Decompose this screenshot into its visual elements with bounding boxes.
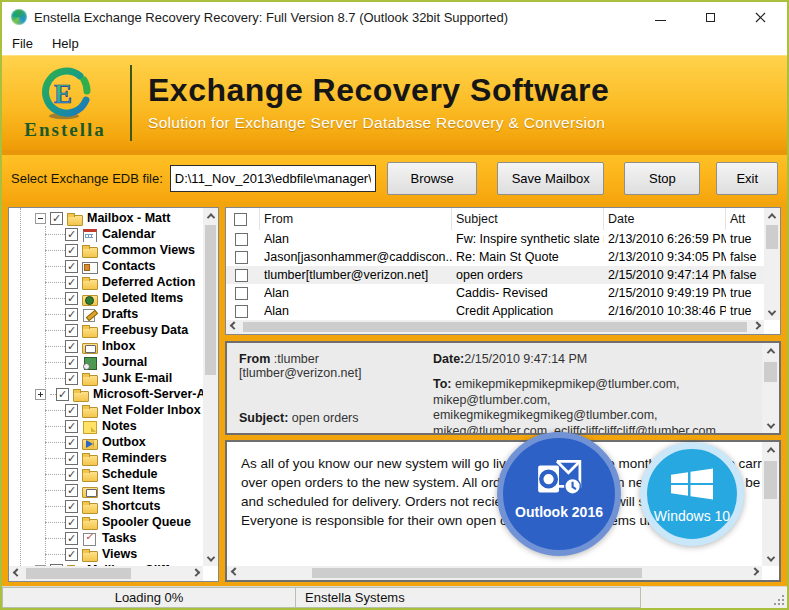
mail-row[interactable]: Alan Credit Application 2/16/2010 10:38:… xyxy=(226,302,764,320)
scroll-right-icon[interactable] xyxy=(747,566,762,581)
body-horizontal-scrollbar[interactable] xyxy=(227,566,762,580)
scroll-right-icon[interactable] xyxy=(188,566,203,581)
checkbox[interactable] xyxy=(235,305,248,318)
checkbox[interactable] xyxy=(65,404,78,417)
tree-vertical-scrollbar[interactable] xyxy=(203,208,218,566)
scrollbar-thumb[interactable] xyxy=(26,568,131,579)
checkbox[interactable] xyxy=(56,388,69,401)
close-button[interactable] xyxy=(753,9,767,25)
checkbox[interactable] xyxy=(235,269,248,282)
tree-item-junk-email[interactable]: Junk E-mail xyxy=(9,370,203,386)
tree-item-mailbox-cliff[interactable]: Mailbox - Cliff xyxy=(9,562,203,566)
menu-help[interactable]: Help xyxy=(52,36,79,51)
scroll-up-icon[interactable] xyxy=(763,343,778,358)
column-header-subject[interactable]: Subject xyxy=(452,208,604,230)
checkbox[interactable] xyxy=(50,564,63,567)
scrollbar-thumb[interactable] xyxy=(764,461,777,499)
scroll-down-icon[interactable] xyxy=(203,551,218,566)
scrollbar-thumb[interactable] xyxy=(312,568,642,578)
checkbox[interactable] xyxy=(235,233,248,246)
scrollbar-thumb[interactable] xyxy=(766,225,778,249)
checkbox[interactable] xyxy=(235,287,248,300)
scroll-up-icon[interactable] xyxy=(763,442,778,457)
menu-file[interactable]: File xyxy=(12,36,33,51)
tree-item-common-views[interactable]: Common Views xyxy=(9,242,203,258)
scroll-left-icon[interactable] xyxy=(226,320,241,335)
tree-item-deferred-action[interactable]: Deferred Action xyxy=(9,274,203,290)
mail-list-vertical-scrollbar[interactable] xyxy=(764,208,780,320)
minimize-button[interactable] xyxy=(653,9,667,25)
tree-item-contacts[interactable]: Contacts xyxy=(9,258,203,274)
tree-item-net-folder-inbox[interactable]: Net Folder Inbox xyxy=(9,402,203,418)
checkbox[interactable] xyxy=(65,260,78,273)
checkbox[interactable] xyxy=(65,324,78,337)
mail-row[interactable]: Jason[jasonhammer@caddiscon... Re: Main … xyxy=(226,248,764,266)
tree-item-reminders[interactable]: Reminders xyxy=(9,450,203,466)
browse-button[interactable]: Browse xyxy=(387,162,477,195)
scrollbar-thumb[interactable] xyxy=(764,362,777,382)
checkbox[interactable] xyxy=(65,420,78,433)
maximize-button[interactable] xyxy=(703,9,717,25)
checkbox[interactable] xyxy=(65,468,78,481)
scroll-down-icon[interactable] xyxy=(763,551,778,566)
checkbox[interactable] xyxy=(50,212,63,225)
checkbox[interactable] xyxy=(65,340,78,353)
column-header-date[interactable]: Date xyxy=(604,208,726,230)
tree-item-schedule[interactable]: Schedule xyxy=(9,466,203,482)
checkbox[interactable] xyxy=(65,548,78,561)
tree-item-notes[interactable]: Notes xyxy=(9,418,203,434)
checkbox[interactable] xyxy=(65,500,78,513)
scrollbar-thumb[interactable] xyxy=(205,225,216,375)
expand-expander-icon[interactable] xyxy=(35,389,46,400)
tree-item-sent-items[interactable]: Sent Items xyxy=(9,482,203,498)
collapse-expander-icon[interactable] xyxy=(35,213,46,224)
checkbox[interactable] xyxy=(65,372,78,385)
mail-row-selected[interactable]: tlumber[tlumber@verizon.net] open orders… xyxy=(226,266,764,284)
checkbox[interactable] xyxy=(65,436,78,449)
tree-item-tasks[interactable]: Tasks xyxy=(9,530,203,546)
checkbox[interactable] xyxy=(65,244,78,257)
tree-item-shortcuts[interactable]: Shortcuts xyxy=(9,498,203,514)
checkbox[interactable] xyxy=(65,516,78,529)
tree-item-calendar[interactable]: Calendar xyxy=(9,226,203,242)
scroll-left-icon[interactable] xyxy=(9,566,24,581)
stop-button[interactable]: Stop xyxy=(624,162,700,195)
checkbox[interactable] xyxy=(65,228,78,241)
scroll-up-icon[interactable] xyxy=(203,208,218,223)
exit-button[interactable]: Exit xyxy=(716,162,778,195)
tree-item-outbox[interactable]: Outbox xyxy=(9,434,203,450)
tree-item-journal[interactable]: Journal xyxy=(9,354,203,370)
tree-item-drafts[interactable]: Drafts xyxy=(9,306,203,322)
expand-expander-icon[interactable] xyxy=(35,565,46,567)
mail-list-horizontal-scrollbar[interactable] xyxy=(226,320,764,334)
scroll-down-icon[interactable] xyxy=(765,305,780,320)
scroll-right-icon[interactable] xyxy=(749,320,764,335)
checkbox[interactable] xyxy=(65,308,78,321)
body-vertical-scrollbar[interactable] xyxy=(762,442,779,566)
checkbox[interactable] xyxy=(65,532,78,545)
checkbox[interactable] xyxy=(65,484,78,497)
save-mailbox-button[interactable]: Save Mailbox xyxy=(497,162,604,195)
checkbox[interactable] xyxy=(65,356,78,369)
mail-row[interactable]: Alan Fw: Inspire synthetic slate ro... 2… xyxy=(226,230,764,248)
scrollbar-thumb[interactable] xyxy=(243,322,747,332)
checkbox[interactable] xyxy=(65,452,78,465)
resize-grip[interactable] xyxy=(774,595,785,606)
tree-item-mailbox-matt[interactable]: Mailbox - Matt xyxy=(9,210,203,226)
mail-row[interactable]: Alan Caddis- Revised 2/15/2010 9:49:19 P… xyxy=(226,284,764,302)
tree-item-microsoft-server[interactable]: Microsoft-Server-Act xyxy=(9,386,203,402)
tree-item-inbox[interactable]: Inbox xyxy=(9,338,203,354)
checkbox[interactable] xyxy=(65,292,78,305)
checkbox[interactable] xyxy=(235,251,248,264)
scroll-down-icon[interactable] xyxy=(763,418,778,433)
tree-item-deleted-items[interactable]: Deleted Items xyxy=(9,290,203,306)
column-header-att[interactable]: Att xyxy=(726,208,764,230)
header-vertical-scrollbar[interactable] xyxy=(762,343,779,433)
column-header-from[interactable]: From xyxy=(260,208,452,230)
edb-path-input[interactable] xyxy=(170,165,377,192)
tree-horizontal-scrollbar[interactable] xyxy=(9,566,203,581)
scroll-left-icon[interactable] xyxy=(227,566,242,581)
tree-item-freebusy-data[interactable]: Freebusy Data xyxy=(9,322,203,338)
tree-item-views[interactable]: Views xyxy=(9,546,203,562)
scroll-up-icon[interactable] xyxy=(765,208,780,223)
